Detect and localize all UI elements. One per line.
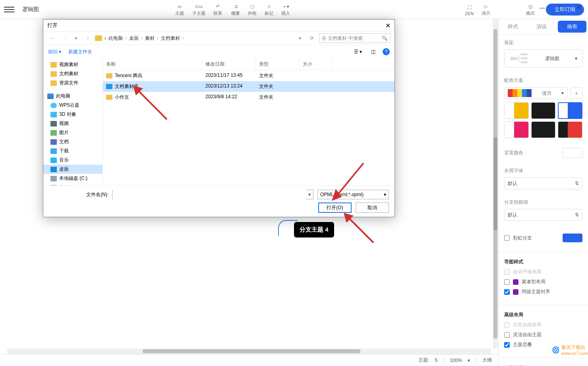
tool-present[interactable]: ▷演示: [478, 2, 494, 16]
window-maximize[interactable]: ☐: [551, 2, 570, 14]
organize-button[interactable]: 组织 ▾: [48, 49, 61, 55]
flex-topic-checkbox[interactable]: [504, 332, 510, 338]
breadcrumb-dropdown[interactable]: ▾: [295, 33, 305, 43]
add-scheme-button[interactable]: ＋: [571, 87, 582, 99]
status-outline[interactable]: 大纲: [482, 357, 492, 364]
filename-dropdown[interactable]: ▾: [306, 192, 313, 197]
theme-thumb-1[interactable]: [504, 102, 529, 119]
col-header-size[interactable]: 大小: [300, 58, 331, 70]
tree-item-icon: [50, 139, 57, 145]
vertical-scrollbar[interactable]: [493, 19, 498, 348]
tree-item[interactable]: 3D 对象: [43, 110, 103, 119]
window-close[interactable]: ✕: [570, 2, 588, 14]
tab-style[interactable]: 样式: [499, 19, 527, 34]
tab-present[interactable]: 演说: [527, 19, 556, 34]
status-zoom[interactable]: 100%: [450, 358, 462, 363]
theme-thumb-5[interactable]: [531, 121, 556, 138]
color-swatch-icon: [508, 89, 532, 97]
free-branch-option[interactable]: 分支自由布局: [504, 321, 582, 328]
tree-item[interactable]: 桌面: [43, 165, 103, 174]
nav-forward-button[interactable]: →: [59, 33, 69, 43]
col-header-name[interactable]: 名称: [103, 58, 202, 70]
tree-item[interactable]: 本地磁盘 (C:): [43, 174, 103, 183]
tree-item[interactable]: 视频素材: [43, 60, 103, 69]
tool-relationship[interactable]: ↶联系: [208, 2, 227, 16]
nav-refresh-button[interactable]: ⟳: [307, 33, 317, 43]
horizontal-scrollbar[interactable]: [7, 348, 491, 354]
breadcrumb-pc[interactable]: 此电脑: [108, 35, 123, 42]
tool-insert[interactable]: ＋▾插入: [277, 2, 294, 16]
compact-layout-option[interactable]: 紧凑型布局: [504, 278, 582, 285]
sibling-align-checkbox[interactable]: [504, 289, 510, 295]
cancel-button[interactable]: 取消: [356, 202, 389, 213]
tab-canvas[interactable]: 画布: [558, 21, 586, 33]
menu-icon[interactable]: [4, 4, 14, 15]
theme-thumb-2[interactable]: [531, 102, 556, 119]
file-type: 文件夹: [256, 82, 300, 91]
tree-item[interactable]: WPS云盘: [43, 101, 103, 110]
tool-marker[interactable]: ☆标记: [261, 2, 277, 16]
filename-input[interactable]: [113, 190, 306, 199]
dialog-search-input[interactable]: 在 文档素材 中搜索 🔍: [319, 33, 391, 43]
window-minimize[interactable]: —: [533, 2, 551, 14]
tree-item-label: 下载: [59, 148, 69, 154]
compact-checkbox[interactable]: [504, 279, 510, 285]
file-list-row[interactable]: Tencent 腾讯2023/11/17 13:45文件夹: [103, 70, 395, 81]
sibling-align-option[interactable]: 同级主题对齐: [504, 288, 582, 295]
open-button[interactable]: 打开(O): [318, 202, 352, 213]
scheme-select[interactable]: 活力 ▾: [504, 87, 567, 99]
tree-item[interactable]: 文档素材: [43, 69, 103, 78]
topic-stack-checkbox[interactable]: [504, 342, 510, 348]
col-header-type[interactable]: 类型: [256, 58, 300, 70]
flex-topic-option[interactable]: 灵活自由主题: [504, 331, 582, 338]
tree-item-pc[interactable]: 此电脑: [43, 92, 103, 101]
dialog-close-button[interactable]: ✕: [385, 22, 391, 29]
auto-balance-option[interactable]: 自动平衡布局: [504, 269, 582, 275]
tree-item[interactable]: 视频: [43, 119, 103, 128]
tree-item[interactable]: 图片: [43, 128, 103, 137]
tree-item[interactable]: 下载: [43, 146, 103, 156]
premium-badge-icon: [513, 279, 518, 285]
preview-pane-button[interactable]: ◫: [368, 47, 379, 56]
col-header-date[interactable]: 修改日期: [202, 58, 256, 70]
adv-layout-label: 高级布局: [504, 311, 582, 318]
free-branch-label: 分支自由布局: [513, 321, 542, 328]
global-font-select[interactable]: 默认⇅: [504, 177, 582, 189]
nav-back-button[interactable]: ←: [47, 33, 57, 43]
new-folder-button[interactable]: 新建文件夹: [68, 49, 92, 55]
breadcrumb-desktop[interactable]: 桌面: [129, 35, 139, 42]
tool-zen[interactable]: ⛶ZEN: [461, 3, 478, 16]
skeleton-select[interactable]: 逻辑图 ▾: [504, 49, 582, 68]
topic-stack-label: 主题层叠: [513, 341, 532, 348]
branch-width-select[interactable]: 默认⇅: [504, 209, 582, 221]
bg-color-picker[interactable]: [563, 148, 582, 158]
view-mode-button[interactable]: ☰ ▾: [352, 47, 364, 56]
filetype-select[interactable]: OPML (*.xml;*.opml) ▾: [317, 190, 389, 199]
theme-thumb-6[interactable]: [558, 121, 582, 138]
breadcrumb-docmaterial[interactable]: 文档素材: [161, 35, 180, 42]
rainbow-branch-option[interactable]: 彩虹分支: [504, 234, 582, 242]
rainbow-label: 彩虹分支: [513, 235, 532, 241]
tool-topic[interactable]: ▭主题: [170, 2, 189, 16]
nav-recent-dropdown[interactable]: ▾: [71, 33, 81, 43]
theme-thumb-4[interactable]: [504, 121, 529, 138]
file-list-row[interactable]: 小作文2023/9/8 14:22文件夹: [103, 92, 395, 103]
tool-subtopic[interactable]: ⊂▭子主题: [189, 2, 208, 16]
branch-topic-4[interactable]: 分支主题 4: [294, 222, 334, 238]
tool-summary[interactable]: ⊐概要: [227, 2, 244, 16]
rainbow-checkbox[interactable]: [504, 235, 510, 241]
chevron-down-icon[interactable]: ▾: [468, 358, 470, 363]
breadcrumb-material[interactable]: 素材: [145, 35, 155, 42]
rainbow-color-button[interactable]: [563, 234, 582, 242]
svg-line-1: [516, 55, 521, 58]
tree-item[interactable]: 音乐: [43, 156, 103, 165]
help-icon[interactable]: ?: [383, 48, 390, 55]
theme-thumb-3[interactable]: [558, 102, 582, 119]
tree-item[interactable]: 文档: [43, 137, 103, 146]
file-list-row[interactable]: 文档素材库2023/12/13 13:24文件夹: [103, 81, 395, 92]
mindmap-icon: [509, 52, 529, 65]
tool-boundary[interactable]: ▢外框: [244, 2, 261, 16]
file-name: 文档素材库: [115, 83, 139, 90]
nav-up-button[interactable]: ↑: [83, 33, 93, 43]
tree-item[interactable]: 资源文件: [43, 78, 103, 88]
